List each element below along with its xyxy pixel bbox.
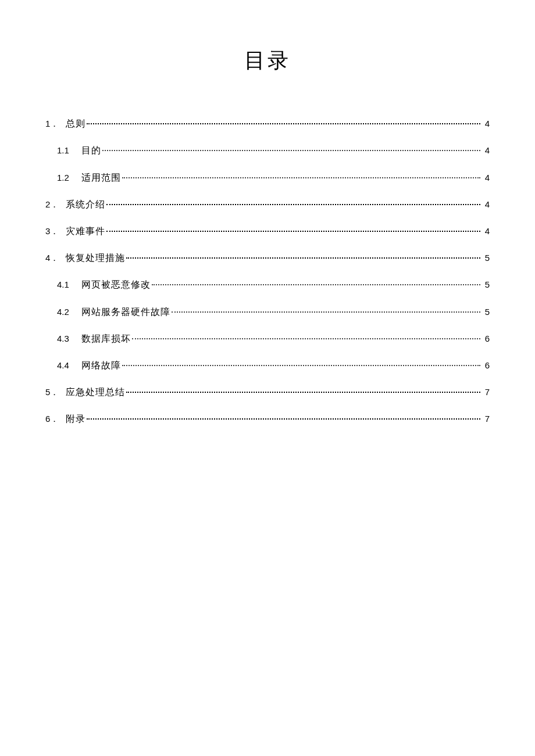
toc-leader-dots [126,384,480,395]
toc-entry-label: 适用范围 [81,171,121,185]
toc-entry-page: 4 [482,225,490,238]
toc-entry-number: 1.2 [57,171,81,185]
toc-entry-label: 网络故障 [81,359,121,372]
toc-entry-label: 系统介绍 [66,198,105,212]
toc-entry-label: 网页被恶意修改 [81,278,151,292]
toc-entry-label: 总则 [66,117,85,131]
toc-entry-page: 4 [482,171,490,185]
toc-entry-label: 网站服务器硬件故障 [81,305,170,319]
toc-entry-number: 4.3 [57,332,81,346]
toc-entry-number: 3． [45,225,66,238]
toc-entry[interactable]: 1．总则4 [45,116,490,131]
document-page: 目录 1．总则41.1目的41.2适用范围42．系统介绍43．灾难事件44．恢复… [0,0,535,756]
toc-leader-dots [102,142,480,153]
toc-entry-page: 5 [482,278,490,292]
toc-entry-page: 6 [482,332,490,346]
toc-entry[interactable]: 4.3数据库损坏6 [45,331,490,346]
toc-entry-page: 4 [482,198,490,212]
toc-entry-number: 4． [45,252,66,265]
toc-entry[interactable]: 4．恢复处理措施5 [45,250,490,265]
toc-entry-number: 4.4 [57,359,81,372]
toc-leader-dots [87,116,480,127]
toc-entry-label: 灾难事件 [66,224,105,238]
toc-entry-label: 应急处理总结 [66,385,125,399]
toc-entry-page: 6 [482,359,490,372]
toc-entry[interactable]: 3．灾难事件4 [45,223,490,238]
toc-entry[interactable]: 4.2网站服务器硬件故障5 [45,303,490,318]
toc-entry-page: 4 [482,117,490,131]
toc-entry-number: 1.1 [57,144,81,157]
toc-entry[interactable]: 4.4网络故障6 [45,357,490,372]
toc-title: 目录 [45,46,490,75]
toc-entry[interactable]: 2．系统介绍4 [45,196,490,212]
toc-leader-dots [122,357,480,368]
toc-entry[interactable]: 1.2适用范围4 [45,169,490,184]
toc-leader-dots [106,223,480,234]
toc-list: 1．总则41.1目的41.2适用范围42．系统介绍43．灾难事件44．恢复处理措… [45,116,490,426]
toc-entry-page: 5 [482,252,490,265]
toc-leader-dots [122,169,480,180]
toc-entry-label: 数据库损坏 [81,332,131,346]
toc-entry-page: 7 [482,413,490,426]
toc-entry[interactable]: 6．附录7 [45,411,490,426]
toc-entry-number: 5． [45,386,66,399]
toc-entry-page: 4 [482,144,490,157]
toc-entry-label: 目的 [81,144,101,157]
toc-entry[interactable]: 1.1目的4 [45,142,490,157]
toc-entry[interactable]: 5．应急处理总结7 [45,384,490,399]
toc-entry-page: 7 [482,386,490,399]
toc-entry-label: 恢复处理措施 [66,251,125,265]
toc-entry-label: 附录 [66,412,85,426]
toc-leader-dots [106,196,480,207]
toc-leader-dots [172,303,480,314]
toc-entry[interactable]: 4.1网页被恶意修改5 [45,277,490,292]
toc-entry-number: 2． [45,198,66,212]
toc-leader-dots [87,411,480,422]
toc-entry-number: 1． [45,117,66,131]
toc-entry-number: 4.1 [57,278,81,292]
toc-entry-page: 5 [482,306,490,319]
toc-entry-number: 6． [45,413,66,426]
toc-leader-dots [152,277,480,288]
toc-leader-dots [126,250,480,261]
toc-leader-dots [132,331,480,342]
toc-entry-number: 4.2 [57,306,81,319]
